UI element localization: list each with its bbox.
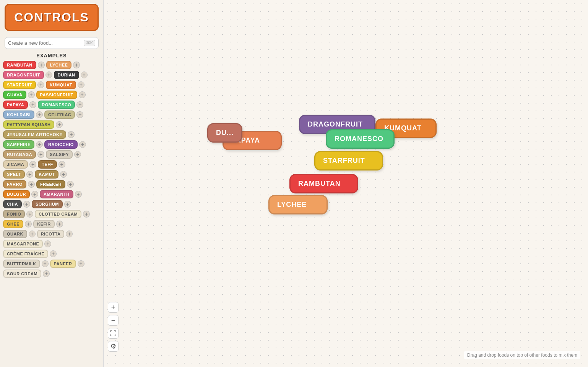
food-tag[interactable]: SAMPHIRE (3, 140, 34, 149)
food-tag[interactable]: PATTYPAN SQUASH (3, 120, 54, 129)
food-tag[interactable]: PAPAYA (3, 101, 28, 109)
food-tag[interactable]: KAMUT (35, 170, 58, 179)
add-food-button[interactable]: + (73, 62, 80, 68)
add-food-button[interactable]: + (38, 62, 45, 68)
food-tag[interactable]: TEFF (38, 160, 57, 169)
food-tag[interactable]: FONIO (3, 210, 25, 218)
canvas-area[interactable]: + − ⛶ ⚙ Drag and drop foods on top of ot… (104, 0, 588, 367)
food-tag[interactable]: CLOTTED CREAM (35, 210, 81, 218)
add-food-button[interactable]: + (36, 141, 43, 148)
add-food-button[interactable]: + (83, 211, 90, 218)
food-tag[interactable]: FARRO (3, 180, 26, 188)
food-tag[interactable]: SPELT (3, 170, 25, 179)
food-row: SOUR CREAM+ (3, 270, 100, 278)
food-row: GHEE+KEFIR+ (3, 220, 100, 228)
add-food-button[interactable]: + (78, 81, 84, 88)
food-tag[interactable]: DURIAN (54, 71, 79, 79)
food-tag[interactable]: SORGHUM (32, 200, 63, 208)
food-tag[interactable]: STARFRUIT (3, 81, 36, 89)
add-food-button[interactable]: + (28, 181, 35, 188)
sidebar: CONTROLS ⌘K EXAMPLES RAMBUTAN+LYCHEE+DRA… (0, 0, 104, 367)
food-tag[interactable]: AMARANTH (40, 190, 73, 198)
add-food-button[interactable]: + (56, 121, 63, 128)
food-tag[interactable]: SALSIFY (46, 150, 73, 159)
food-tag[interactable]: BUTTERMILK (3, 260, 40, 268)
food-tag[interactable]: KOHLRABI (3, 110, 34, 119)
add-food-button[interactable]: + (76, 101, 83, 108)
food-tag[interactable]: PASSIONFRUIT (36, 91, 77, 99)
add-food-button[interactable]: + (75, 191, 82, 198)
food-tag[interactable]: CHIA (3, 200, 22, 208)
add-food-button[interactable]: + (23, 201, 30, 208)
add-food-button[interactable]: + (29, 101, 36, 108)
food-tag[interactable]: JICAMA (3, 160, 28, 169)
food-row: PATTYPAN SQUASH+ (3, 120, 100, 129)
add-food-button[interactable]: + (76, 111, 83, 118)
add-food-button[interactable]: + (79, 91, 86, 98)
food-row: RAMBUTAN+LYCHEE+ (3, 61, 100, 69)
food-tag[interactable]: RADICCHIO (44, 140, 78, 149)
add-food-button[interactable]: + (44, 240, 51, 247)
add-food-button[interactable]: + (68, 131, 75, 138)
node-label: LYCHEE (277, 201, 307, 209)
add-food-button[interactable]: + (29, 161, 36, 168)
canvas-node[interactable]: STARFRUIT (314, 151, 383, 171)
add-food-button[interactable]: + (56, 221, 63, 227)
add-food-button[interactable]: + (37, 151, 44, 158)
food-tag[interactable]: SOUR CREAM (3, 270, 41, 278)
food-tag[interactable]: CELERIAC (44, 110, 75, 119)
food-tag[interactable]: KEFIR (33, 220, 55, 228)
food-row: STARFRUIT+KUMQUAT+ (3, 81, 100, 89)
food-tag[interactable]: KUMQUAT (46, 81, 76, 89)
canvas-node[interactable]: DU... (207, 123, 242, 143)
add-food-button[interactable]: + (28, 91, 35, 98)
add-food-button[interactable]: + (37, 81, 44, 88)
add-food-button[interactable]: + (26, 171, 33, 178)
food-tag[interactable]: RICOTTA (37, 230, 65, 238)
search-bar[interactable]: ⌘K (5, 37, 99, 49)
add-food-button[interactable]: + (64, 201, 71, 208)
add-food-button[interactable]: + (43, 270, 50, 277)
food-tag[interactable]: RUTABAGA (3, 150, 36, 159)
zoom-out-button[interactable]: − (108, 315, 119, 326)
food-tag[interactable]: RAMBUTAN (3, 61, 36, 69)
fit-button[interactable]: ⛶ (108, 328, 119, 339)
canvas-node[interactable]: ROMANESCO (326, 129, 395, 149)
food-tag[interactable]: BULGUR (3, 190, 30, 198)
hint-text: Drag and drop foods on top of other food… (464, 351, 580, 359)
food-tag[interactable]: GHEE (3, 220, 23, 228)
canvas-toolbar: + − ⛶ ⚙ (108, 302, 119, 352)
food-tag[interactable]: CRÈME FRAÎCHE (3, 250, 48, 258)
food-tag[interactable]: GUAVA (3, 91, 26, 99)
add-food-button[interactable]: + (26, 211, 33, 218)
food-tag[interactable]: PANEER (50, 260, 76, 268)
canvas-node[interactable]: RAMBUTAN (289, 174, 358, 193)
food-tag[interactable]: MASCARPONE (3, 240, 43, 248)
food-tag[interactable]: JERUSALEM ARTICHOKE (3, 130, 66, 139)
food-tag[interactable]: LYCHEE (46, 61, 72, 69)
add-food-button[interactable]: + (78, 260, 84, 267)
food-tag[interactable]: ROMANESCO (38, 101, 75, 109)
add-food-button[interactable]: + (66, 231, 73, 237)
canvas-node[interactable]: LYCHEE (268, 195, 328, 214)
search-input[interactable] (8, 40, 84, 46)
add-food-button[interactable]: + (67, 181, 74, 188)
add-food-button[interactable]: + (36, 111, 43, 118)
zoom-in-button[interactable]: + (108, 302, 119, 313)
add-food-button[interactable]: + (50, 250, 57, 257)
add-food-button[interactable]: + (45, 71, 52, 78)
add-food-button[interactable]: + (29, 231, 36, 237)
food-tag[interactable]: QUARK (3, 230, 27, 238)
food-tag[interactable]: FREEKEH (36, 180, 65, 188)
add-food-button[interactable]: + (81, 71, 88, 78)
add-food-button[interactable]: + (31, 191, 38, 198)
add-food-button[interactable]: + (42, 260, 49, 267)
add-food-button[interactable]: + (25, 221, 32, 227)
food-tag[interactable]: DRAGONFRUIT (3, 71, 44, 79)
add-food-button[interactable]: + (58, 161, 65, 168)
settings-button[interactable]: ⚙ (108, 341, 119, 352)
node-label: STARFRUIT (323, 157, 365, 165)
add-food-button[interactable]: + (79, 141, 86, 148)
add-food-button[interactable]: + (74, 151, 81, 158)
add-food-button[interactable]: + (60, 171, 67, 178)
